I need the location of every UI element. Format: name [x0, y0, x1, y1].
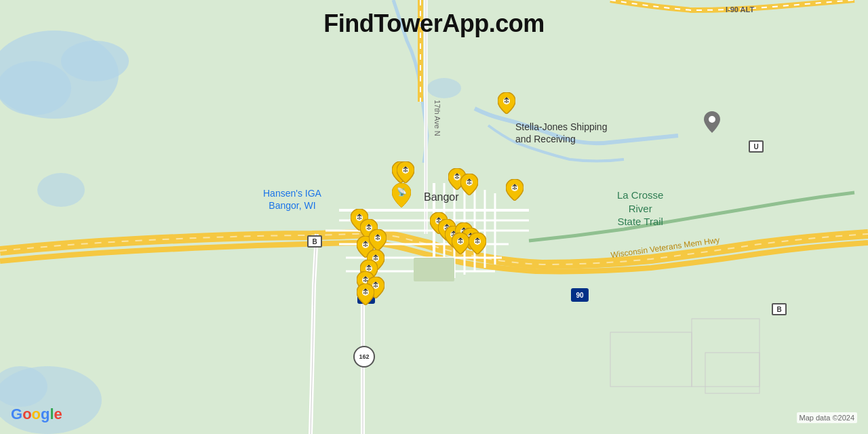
shield-b-1: B — [307, 235, 322, 248]
shield-u: U — [749, 140, 764, 153]
svg-text:📡: 📡 — [397, 186, 407, 197]
svg-text:I-90 ALT: I-90 ALT — [726, 5, 754, 14]
google-logo: Google — [11, 406, 62, 423]
svg-point-4 — [37, 173, 85, 207]
place-pin[interactable] — [704, 111, 720, 136]
app-title: FindTowerApp.com — [323, 9, 544, 38]
tower-pin-1[interactable] — [397, 161, 416, 183]
tower-pin-3[interactable] — [460, 174, 479, 195]
tower-pin-4[interactable] — [506, 179, 525, 201]
shield-b-2: B — [772, 303, 787, 315]
tower-pin[interactable]: 📡 — [392, 183, 411, 205]
shield-i90-1: 90 — [571, 288, 589, 302]
svg-point-3 — [61, 41, 129, 81]
tower-pin-5[interactable] — [498, 92, 517, 114]
svg-point-2 — [0, 61, 71, 115]
svg-point-5 — [427, 78, 461, 98]
svg-rect-28 — [414, 258, 454, 281]
shield-162: 162 — [353, 346, 375, 368]
svg-point-30 — [709, 116, 715, 123]
tower-pin-14[interactable] — [357, 283, 376, 305]
tower-pin-9[interactable] — [369, 229, 388, 251]
map-attribution: Map data ©2024 — [797, 412, 858, 423]
tower-pin-21[interactable] — [469, 233, 488, 254]
tower-pin-20[interactable] — [452, 233, 471, 254]
map-container: I-90 ALT FindTowerApp.com Bangor Hansen'… — [0, 0, 868, 434]
